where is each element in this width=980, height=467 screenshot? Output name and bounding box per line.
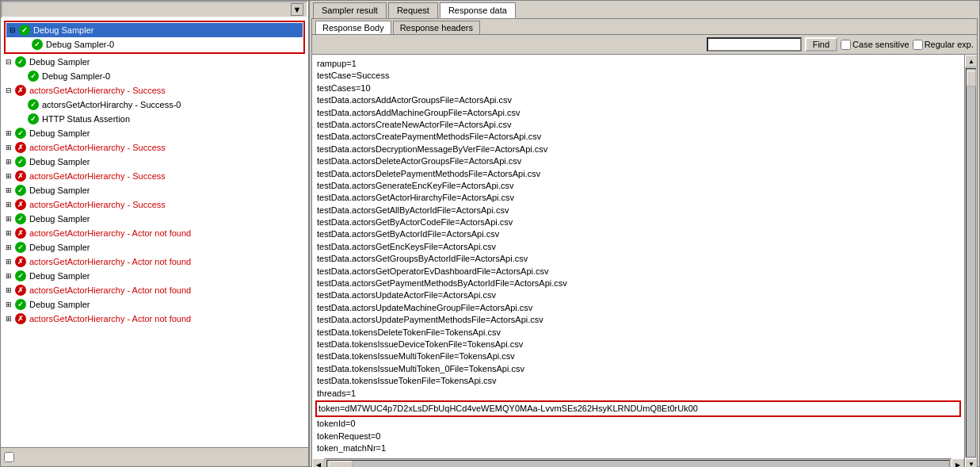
h-scroll-track[interactable] (326, 460, 950, 467)
expander-icon[interactable] (2, 170, 15, 182)
response-line: testData.actorsAddActorGroupsFile=Actors… (315, 94, 961, 106)
h-scroll-thumb[interactable] (329, 461, 353, 467)
item-label: HTTP Status Assertion (40, 114, 130, 124)
tree-item[interactable]: ✓Debug Sampler (2, 212, 307, 226)
tree-item[interactable]: ✗actorsGetActorHierarchy - Actor not fou… (2, 226, 307, 240)
response-line: testData.actorsAddMachineGroupFile=Actor… (315, 107, 961, 119)
bottom-bar (1, 447, 308, 466)
expander-icon[interactable] (2, 241, 15, 254)
response-line: testData.actorsGetAllByActorIdFile=Actor… (315, 205, 961, 216)
h-scroll-right[interactable]: ▶ (951, 458, 964, 467)
status-icon-green: ✓ (15, 185, 26, 196)
tree-item[interactable]: ✓Debug Sampler (2, 269, 307, 283)
tree-item[interactable]: ✓Debug Sampler (2, 155, 307, 169)
v-scroll-thumb[interactable] (967, 71, 976, 86)
case-sensitive-checkbox-label[interactable]: Case sensitive (841, 40, 909, 50)
response-line: token=dM7WUC4p7D2xLsDFbUqHCd4veWEMQY0MAa… (315, 400, 961, 417)
regular-exp-checkbox[interactable] (913, 40, 923, 50)
tree-item[interactable]: ✓HTTP Status Assertion (2, 112, 307, 126)
status-icon-green: ✓ (28, 113, 39, 124)
scroll-checkbox[interactable] (4, 452, 14, 462)
status-icon-red: ✗ (15, 199, 26, 210)
sub-tab-response-headers[interactable]: Response headers (393, 21, 480, 34)
expander-icon[interactable] (2, 298, 15, 311)
item-label: actorsGetActorHierarchy - Actor not foun… (28, 285, 191, 295)
main-tabs-bar: Sampler result Request Response data (310, 1, 979, 18)
expander-icon[interactable] (2, 212, 15, 225)
expander-icon[interactable] (2, 184, 15, 197)
status-icon-red: ✗ (15, 142, 26, 153)
item-label: Debug Sampler (28, 271, 90, 281)
tree-item[interactable]: ✓Debug Sampler-0 (2, 69, 307, 83)
tab-request[interactable]: Request (388, 2, 438, 18)
expander-icon[interactable] (2, 312, 15, 325)
tree-item[interactable]: ✗actorsGetActorHierarchy - Success (2, 197, 307, 212)
response-line: tokenId=0 (315, 418, 961, 430)
tree-item[interactable]: ✗actorsGetActorHierarchy - Actor not fou… (2, 312, 307, 326)
expander-icon[interactable] (2, 56, 15, 68)
vertical-scrollbar[interactable]: ▲ ▼ (964, 55, 977, 467)
horizontal-scrollbar[interactable]: ◀ ▶ (312, 458, 964, 468)
status-icon-green: ✓ (32, 39, 43, 50)
tree-item[interactable]: ✓ Debug Sampler-0 (6, 37, 303, 52)
tree-container[interactable]: ✓ Debug Sampler ✓ Debug Sampler-0 ✓Debug… (1, 18, 308, 447)
tab-response-data[interactable]: Response data (440, 2, 516, 18)
v-scroll-down[interactable]: ▼ (965, 458, 977, 468)
tree-item[interactable]: ✗actorsGetActorHierarchy - Actor not fou… (2, 255, 307, 269)
case-sensitive-checkbox[interactable] (841, 40, 851, 50)
status-icon-green: ✓ (19, 25, 30, 36)
tree-item[interactable]: ✓Debug Sampler (2, 55, 307, 69)
response-line: testData.tokensIssueMultiToken_0File=Tok… (315, 363, 961, 375)
sub-tab-response-body[interactable]: Response Body (315, 21, 391, 34)
v-scroll-track[interactable] (966, 68, 976, 457)
tab-sampler-result[interactable]: Sampler result (313, 2, 387, 18)
response-line: testData.actorsUpdatePaymentMethodsFile=… (315, 314, 961, 326)
find-bar: Find Case sensitive Regular exp. (312, 35, 977, 55)
tree-item[interactable]: ✗actorsGetActorHierarchy - Success (2, 140, 307, 155)
tree-item[interactable]: ✗actorsGetActorHierarchy - Success (2, 169, 307, 183)
tree-item[interactable]: ✓Debug Sampler (2, 126, 307, 140)
tree-item[interactable]: ✓Debug Sampler (2, 240, 307, 255)
regular-exp-checkbox-label[interactable]: Regular exp. (913, 40, 974, 50)
v-scroll-up[interactable]: ▲ (965, 55, 977, 67)
expander-icon[interactable] (2, 84, 15, 97)
status-icon-green: ✓ (15, 156, 26, 167)
item-label: actorsGetActorHirarchy - Success-0 (40, 100, 181, 109)
find-input[interactable] (707, 37, 802, 52)
expander-icon[interactable] (2, 198, 15, 211)
response-line: testData.actorsUpdateActorFile=ActorsApi… (315, 289, 961, 301)
status-icon-green: ✓ (28, 99, 39, 110)
status-icon-green: ✓ (15, 56, 26, 67)
expander-icon[interactable] (2, 141, 15, 154)
response-line: testData.tokensIssueTokenFile=TokensApi.… (315, 375, 961, 387)
find-button[interactable]: Find (805, 37, 837, 52)
status-icon-red: ✗ (15, 256, 26, 267)
response-line: testData.actorsGetByActorCodeFile=Actors… (315, 216, 961, 228)
right-panel: Sampler result Request Response data Res… (310, 1, 979, 466)
status-icon-green: ✓ (15, 299, 26, 310)
h-scroll-left[interactable]: ◀ (312, 458, 325, 467)
tree-item[interactable]: ✗actorsGetActorHierarchy - Actor not fou… (2, 283, 307, 297)
expander-icon[interactable] (2, 270, 15, 282)
expander-icon[interactable] (2, 227, 15, 239)
expander-icon[interactable] (2, 155, 15, 168)
tree-item[interactable]: ✓Debug Sampler (2, 297, 307, 312)
dropdown-arrow[interactable]: ▼ (291, 3, 303, 16)
response-line: testData.actorsGetGroupsByActorIdFile=Ac… (315, 253, 961, 265)
expander-icon[interactable] (2, 284, 15, 297)
item-label: Debug Sampler-0 (44, 40, 114, 49)
tree-item[interactable]: ✓ Debug Sampler (6, 23, 303, 37)
tree-item[interactable]: ✗actorsGetActorHierarchy - Success (2, 83, 307, 98)
status-icon-green: ✓ (28, 71, 39, 82)
item-label: actorsGetActorHierarchy - Actor not foun… (28, 257, 191, 266)
scroll-checkbox-label[interactable] (4, 452, 17, 462)
item-label: actorsGetActorHierarchy - Success (28, 143, 166, 152)
tree-item[interactable]: ✓actorsGetActorHirarchy - Success-0 (2, 98, 307, 112)
expander-icon[interactable] (2, 127, 15, 140)
tree-item[interactable]: ✓Debug Sampler (2, 183, 307, 197)
status-icon-red: ✗ (15, 170, 26, 182)
expander-icon[interactable] (2, 255, 15, 268)
response-body[interactable]: rampup=1testCase=SuccesstestCases=10test… (312, 55, 964, 458)
expander-icon[interactable] (6, 24, 19, 36)
sub-tabs-bar: Response Body Response headers (312, 19, 977, 35)
